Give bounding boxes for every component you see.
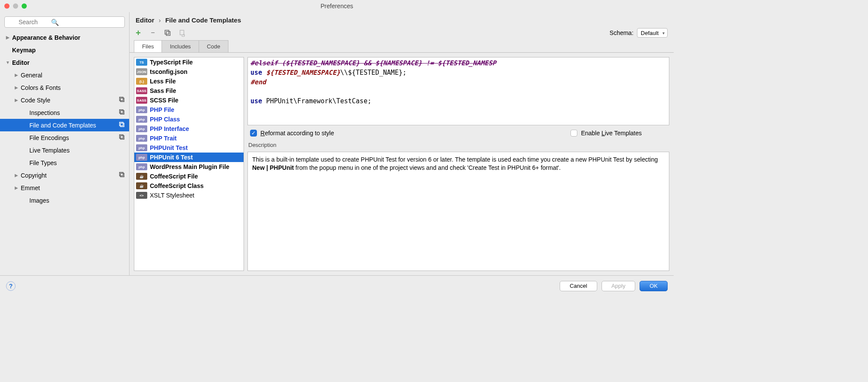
preferences-window: Preferences 🔍 ▶Appearance & BehaviorKeym…: [0, 0, 674, 296]
template-xslt-stylesheet[interactable]: <>XSLT Stylesheet: [134, 191, 244, 200]
main-panel: Editor › File and Code Templates + − Sch…: [130, 12, 674, 275]
template-label: TypeScript File: [150, 59, 193, 66]
breadcrumb: Editor › File and Code Templates: [130, 12, 674, 26]
sidebar-item-live-templates[interactable]: Live Templates: [0, 144, 129, 156]
sidebar-item-appearance-behavior[interactable]: ▶Appearance & Behavior: [0, 31, 129, 44]
apply-button[interactable]: Apply: [602, 281, 636, 291]
filetype-badge: {L}: [136, 78, 147, 85]
editor-line: #elseif (${TESTED_NAMESPACE} && ${NAMESP…: [250, 58, 666, 68]
sidebar-item-file-encodings[interactable]: File Encodings: [0, 131, 129, 144]
template-editor[interactable]: #elseif (${TESTED_NAMESPACE} && ${NAMESP…: [247, 57, 669, 125]
svg-rect-4: [120, 123, 124, 127]
template-less-file[interactable]: {L}Less File: [134, 76, 244, 86]
filetype-badge: php: [136, 106, 147, 113]
template-phpunit-test[interactable]: phpPHPUnit Test: [134, 143, 244, 153]
template-label: XSLT Stylesheet: [150, 192, 194, 199]
template-label: CoffeeScript Class: [150, 182, 203, 189]
description-box: This is a built-in template used to crea…: [247, 152, 669, 271]
filetype-badge: JSON: [136, 68, 147, 75]
svg-rect-8: [120, 173, 124, 177]
sidebar-item-inspections[interactable]: Inspections: [0, 106, 129, 119]
titlebar: Preferences: [0, 0, 674, 12]
revert-icon[interactable]: [178, 29, 187, 37]
tab-code[interactable]: Code: [199, 40, 228, 52]
sidebar-item-keymap[interactable]: Keymap: [0, 44, 129, 56]
sidebar-item-emmet[interactable]: ▶Emmet: [0, 181, 129, 194]
search-input[interactable]: [4, 16, 125, 28]
editor-line: [250, 115, 666, 125]
tab-includes[interactable]: Includes: [162, 40, 199, 52]
chevron-icon: ▼: [3, 60, 12, 65]
template-file-list[interactable]: TSTypeScript FileJSONtsconfig.json{L}Les…: [134, 57, 244, 271]
template-label: PHP Trait: [150, 135, 177, 142]
cancel-button[interactable]: Cancel: [560, 281, 597, 291]
project-scope-icon: [118, 96, 126, 105]
filetype-badge: php: [136, 154, 147, 161]
editor-line: use ${TESTED_NAMESPACE}\\${TESTED_NAME};: [250, 68, 666, 77]
svg-rect-6: [120, 136, 124, 139]
sidebar-item-code-style[interactable]: ▶Code Style: [0, 94, 129, 106]
sidebar-item-editor[interactable]: ▼Editor: [0, 56, 129, 69]
template-label: PHP Interface: [150, 125, 189, 132]
template-label: CoffeeScript File: [150, 173, 198, 180]
sidebar-item-label: Live Templates: [29, 147, 126, 154]
live-templates-label: Enable Live Templates: [581, 130, 642, 137]
copy-icon[interactable]: [163, 29, 172, 37]
sidebar-item-images[interactable]: Images: [0, 194, 129, 207]
editor-line: [250, 106, 666, 115]
sidebar-item-copyright[interactable]: ▶Copyright: [0, 169, 129, 181]
sidebar-item-label: File Types: [29, 159, 126, 166]
template-wordpress-main-plugin-file[interactable]: phpWordPress Main Plugin File: [134, 162, 244, 172]
chevron-icon: ▶: [12, 173, 21, 178]
template-scss-file[interactable]: SASSSCSS File: [134, 96, 244, 105]
filetype-badge: php: [136, 144, 147, 151]
sidebar-item-colors-fonts[interactable]: ▶Colors & Fonts: [0, 81, 129, 94]
template-label: Less File: [150, 78, 176, 85]
tab-files[interactable]: Files: [134, 40, 162, 52]
template-php-class[interactable]: phpPHP Class: [134, 115, 244, 124]
sidebar-item-general[interactable]: ▶General: [0, 69, 129, 81]
filetype-badge: php: [136, 125, 147, 132]
template-label: Sass File: [150, 87, 176, 94]
chevron-icon: ▶: [12, 185, 21, 190]
reformat-checkbox[interactable]: ✓ Reformat according to style: [250, 130, 334, 137]
template-typescript-file[interactable]: TSTypeScript File: [134, 57, 244, 67]
sidebar-item-file-and-code-templates[interactable]: File and Code Templates: [0, 119, 129, 131]
sidebar-item-label: File and Code Templates: [29, 122, 118, 129]
filetype-badge: <>: [136, 192, 147, 199]
template-phpunit-6-test[interactable]: phpPHPUnit 6 Test: [134, 153, 244, 162]
help-button[interactable]: ?: [6, 281, 16, 291]
editor-line: #end: [250, 77, 666, 87]
sidebar-item-label: General: [21, 72, 126, 79]
template-coffeescript-file[interactable]: ☕CoffeeScript File: [134, 172, 244, 181]
svg-rect-3: [120, 110, 123, 113]
toolbar: + −: [134, 29, 187, 37]
template-php-file[interactable]: phpPHP File: [134, 105, 244, 115]
svg-rect-10: [166, 32, 170, 35]
template-php-interface[interactable]: phpPHP Interface: [134, 124, 244, 134]
remove-icon[interactable]: −: [149, 29, 157, 37]
svg-rect-11: [165, 30, 169, 34]
add-icon[interactable]: +: [134, 29, 143, 37]
editor-line: use PHPUnit\Framework\TestCase;: [250, 96, 666, 106]
live-templates-checkbox[interactable]: Enable Live Templates: [570, 130, 642, 137]
schema-select[interactable]: Default: [637, 28, 668, 38]
filetype-badge: TS: [136, 59, 147, 66]
template-php-trait[interactable]: phpPHP Trait: [134, 134, 244, 143]
svg-rect-0: [120, 98, 124, 102]
svg-rect-9: [120, 172, 123, 176]
template-tsconfig-json[interactable]: JSONtsconfig.json: [134, 67, 244, 76]
ok-button[interactable]: OK: [640, 281, 668, 291]
sidebar-item-file-types[interactable]: File Types: [0, 156, 129, 169]
sidebar-item-label: Keymap: [12, 47, 126, 54]
svg-rect-2: [120, 111, 124, 114]
project-scope-icon: [118, 133, 126, 142]
template-sass-file[interactable]: SASSSass File: [134, 86, 244, 96]
reformat-label: Reformat according to style: [260, 130, 334, 137]
template-coffeescript-class[interactable]: ☕CoffeeScript Class: [134, 181, 244, 191]
svg-rect-1: [120, 97, 123, 101]
filetype-badge: ☕: [136, 182, 147, 189]
checkbox-icon: [570, 130, 577, 137]
template-label: WordPress Main Plugin File: [150, 163, 229, 170]
filetype-badge: php: [136, 163, 147, 170]
